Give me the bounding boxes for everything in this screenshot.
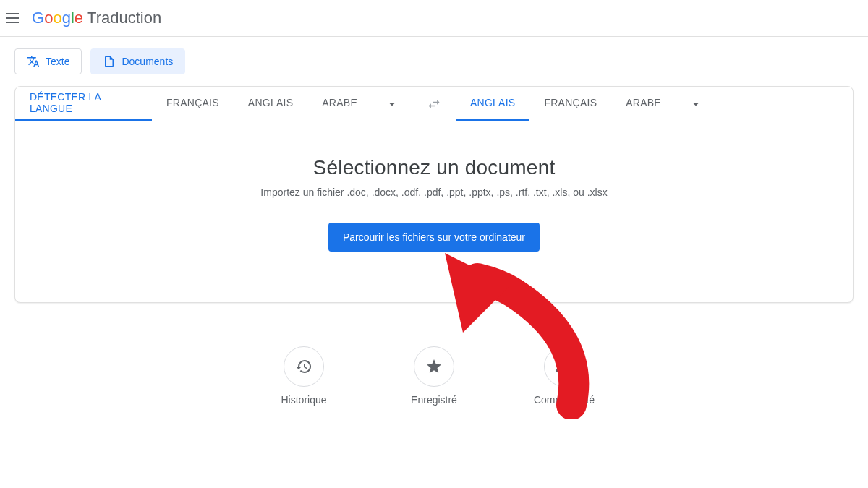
app-logo[interactable]: Google Traduction: [32, 9, 161, 27]
footer-saved-button[interactable]: Enregistré: [391, 346, 477, 406]
footer-history-button[interactable]: Historique: [260, 346, 347, 406]
footer-nav: Historique Enregistré Communauté: [14, 346, 854, 406]
source-lang-option-1[interactable]: FRANÇAIS: [152, 87, 234, 121]
footer-community-label: Communauté: [534, 394, 595, 406]
mode-tabs: Texte Documents: [14, 48, 854, 74]
source-lang-detect[interactable]: DÉTECTER LA LANGUE: [15, 87, 152, 121]
target-lang-option-2[interactable]: FRANÇAIS: [529, 87, 611, 121]
target-lang-option-1[interactable]: ANGLAIS: [456, 87, 529, 121]
tab-documents[interactable]: Documents: [90, 48, 185, 74]
chevron-down-icon: [689, 97, 703, 111]
community-icon: [544, 346, 584, 387]
target-lang-more-button[interactable]: [676, 97, 716, 111]
target-lang-option-3[interactable]: ARABE: [611, 87, 676, 121]
target-language-group: ANGLAIS FRANÇAIS ARABE: [456, 87, 853, 121]
star-icon: [414, 346, 454, 387]
source-language-group: DÉTECTER LA LANGUE FRANÇAIS ANGLAIS ARAB…: [15, 87, 412, 121]
language-bar: DÉTECTER LA LANGUE FRANÇAIS ANGLAIS ARAB…: [15, 87, 853, 121]
app-header: Google Traduction: [0, 0, 868, 37]
source-lang-option-2[interactable]: ANGLAIS: [234, 87, 307, 121]
footer-saved-label: Enregistré: [411, 394, 457, 406]
translation-panel: DÉTECTER LA LANGUE FRANÇAIS ANGLAIS ARAB…: [14, 86, 854, 303]
chevron-down-icon: [385, 97, 399, 111]
footer-community-button[interactable]: Communauté: [521, 346, 608, 406]
document-icon: [103, 55, 116, 68]
source-lang-option-3[interactable]: ARABE: [307, 87, 372, 121]
footer-history-label: Historique: [281, 394, 326, 406]
translate-icon: [27, 55, 40, 68]
history-icon: [284, 346, 324, 387]
tab-text[interactable]: Texte: [14, 48, 82, 74]
upload-title: Sélectionnez un document: [30, 156, 838, 179]
swap-icon: [427, 97, 441, 111]
hamburger-menu-button[interactable]: [6, 9, 23, 27]
tab-text-label: Texte: [46, 56, 69, 67]
upload-subtitle: Importez un fichier .doc, .docx, .odf, .…: [30, 187, 838, 198]
swap-languages-button[interactable]: [412, 87, 456, 121]
source-lang-more-button[interactable]: [372, 97, 412, 111]
browse-files-button[interactable]: Parcourir les fichiers sur votre ordinat…: [328, 223, 540, 252]
google-logo: Google: [32, 9, 83, 27]
product-name: Traduction: [87, 9, 161, 27]
document-upload-area: Sélectionnez un document Importez un fic…: [15, 121, 853, 302]
tab-documents-label: Documents: [122, 56, 173, 67]
